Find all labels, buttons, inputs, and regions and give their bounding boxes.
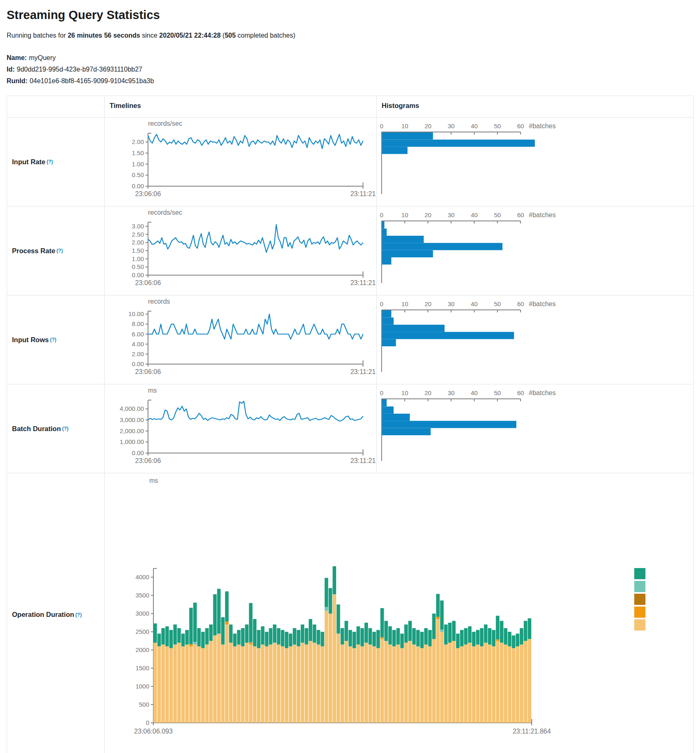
operation-duration-chart: ms0500100015002000250030003500400023:06:… — [105, 473, 693, 753]
svg-text:23:06:06: 23:06:06 — [135, 368, 161, 375]
running-summary: Running batches for 26 minutes 56 second… — [7, 32, 693, 39]
svg-text:6.00: 6.00 — [132, 331, 144, 338]
svg-text:10: 10 — [401, 211, 409, 218]
svg-text:ms: ms — [148, 387, 157, 394]
svg-text:10.00: 10.00 — [128, 310, 144, 317]
batch-duration-help-icon[interactable]: (?) — [62, 426, 68, 432]
svg-text:2.00: 2.00 — [132, 239, 144, 246]
svg-text:0.50: 0.50 — [132, 171, 144, 178]
svg-text:1000: 1000 — [136, 683, 149, 690]
svg-text:ms: ms — [149, 477, 158, 484]
svg-text:4000: 4000 — [136, 573, 149, 580]
input-rows-help-icon[interactable]: (?) — [50, 337, 56, 343]
svg-text:1.50: 1.50 — [132, 149, 144, 156]
svg-text:1.00: 1.00 — [132, 255, 144, 262]
svg-text:0.00: 0.00 — [132, 182, 144, 189]
input-rate-help-icon[interactable]: (?) — [47, 159, 53, 165]
query-name-value: myQuery — [29, 54, 56, 61]
svg-text:40: 40 — [471, 211, 478, 218]
svg-text:0: 0 — [380, 122, 383, 129]
svg-text:50: 50 — [494, 300, 501, 307]
svg-text:30: 30 — [448, 211, 455, 218]
operation-duration-chart-cell: ms0500100015002000250030003500400023:06:… — [105, 473, 693, 753]
svg-text:20: 20 — [425, 389, 432, 396]
svg-text:3500: 3500 — [136, 592, 149, 599]
svg-text:40: 40 — [471, 389, 478, 396]
svg-text:20: 20 — [425, 300, 432, 307]
svg-text:#batches: #batches — [529, 300, 556, 307]
svg-text:0: 0 — [380, 389, 383, 396]
header-empty-cell — [7, 96, 105, 118]
legend-swatch-1 — [634, 568, 645, 579]
input-rows-histogram-cell: #batches0102030405060 — [377, 295, 693, 384]
svg-text:23:11:21: 23:11:21 — [350, 279, 375, 286]
svg-text:2000: 2000 — [136, 646, 149, 653]
svg-text:2500: 2500 — [136, 628, 149, 635]
input-rows-label: Input Rows — [12, 336, 49, 344]
batch-duration-timeline-cell: ms0.001,000.002,000.003,000.004,000.0023… — [105, 384, 377, 473]
svg-text:10: 10 — [401, 300, 409, 307]
process-rate-timeline-chart: records/sec0.000.501.001.502.002.503.002… — [105, 206, 376, 295]
query-id-value: 9d0dd219-995d-423e-b97d-36931110bb27 — [17, 66, 143, 73]
batch-duration-histogram-chart: #batches0102030405060 — [377, 384, 693, 472]
stats-table: Timelines Histograms Input Rate(?) recor… — [7, 96, 694, 753]
svg-text:1.00: 1.00 — [132, 161, 144, 168]
svg-text:8.00: 8.00 — [132, 320, 144, 327]
svg-text:0.50: 0.50 — [132, 263, 144, 270]
query-id-label: Id: — [7, 66, 15, 73]
page-title: Streaming Query Statistics — [7, 8, 693, 22]
batch-duration-timeline-chart: ms0.001,000.002,000.003,000.004,000.0023… — [105, 384, 376, 472]
svg-text:10: 10 — [401, 389, 409, 396]
svg-text:20: 20 — [425, 211, 432, 218]
query-name-label: Name: — [7, 54, 27, 61]
row-label-process-rate: Process Rate(?) — [7, 206, 105, 295]
svg-text:23:11:21: 23:11:21 — [350, 457, 375, 464]
svg-text:1,000.00: 1,000.00 — [120, 438, 144, 445]
svg-text:2.50: 2.50 — [132, 231, 144, 238]
svg-text:23:06:06.093: 23:06:06.093 — [134, 728, 173, 735]
input-rows-timeline-chart: records0.002.004.006.008.0010.0023:06:06… — [105, 295, 376, 384]
svg-text:2.00: 2.00 — [132, 138, 144, 145]
row-label-input-rows: Input Rows(?) — [7, 295, 105, 384]
operation-duration-help-icon[interactable]: (?) — [75, 612, 81, 618]
svg-text:50: 50 — [494, 389, 501, 396]
row-label-input-rate: Input Rate(?) — [7, 118, 105, 206]
input-rate-histogram-cell: #batches0102030405060 — [377, 118, 693, 206]
svg-text:4,000.00: 4,000.00 — [120, 405, 144, 412]
query-meta: Name:myQuery Id:9d0dd219-995d-423e-b97d-… — [7, 54, 693, 85]
legend-swatch-4 — [634, 607, 645, 618]
running-middle: since — [140, 32, 159, 39]
svg-text:#batches: #batches — [529, 211, 556, 218]
svg-text:records/sec: records/sec — [148, 120, 182, 127]
svg-text:23:11:21: 23:11:21 — [350, 190, 375, 197]
process-rate-label: Process Rate — [12, 247, 55, 255]
svg-text:60: 60 — [517, 211, 524, 218]
process-rate-histogram-cell: #batches0102030405060 — [377, 206, 693, 295]
svg-text:23:06:06: 23:06:06 — [135, 279, 161, 286]
batch-duration-histogram-cell: #batches0102030405060 — [377, 384, 693, 473]
svg-text:#batches: #batches — [529, 389, 556, 396]
streaming-statistics-page: Streaming Query Statistics Running batch… — [0, 0, 700, 753]
svg-text:60: 60 — [517, 389, 524, 396]
svg-text:23:06:06: 23:06:06 — [135, 190, 161, 197]
timelines-header: Timelines — [105, 96, 377, 118]
legend-swatch-3 — [634, 594, 645, 605]
query-runid-label: RunId: — [7, 77, 28, 84]
svg-text:50: 50 — [494, 122, 501, 129]
query-runid-line: RunId:04e101e6-8bf8-4165-9099-9104c951ba… — [7, 77, 693, 85]
query-id-line: Id:9d0dd219-995d-423e-b97d-36931110bb27 — [7, 66, 693, 73]
input-rate-timeline-cell: records/sec0.000.501.001.502.0023:06:062… — [105, 118, 377, 206]
svg-text:23:11:21.864: 23:11:21.864 — [513, 728, 551, 735]
svg-text:1500: 1500 — [136, 664, 149, 671]
svg-text:40: 40 — [471, 122, 478, 129]
legend-swatch-2 — [634, 581, 645, 592]
input-rows-histogram-chart: #batches0102030405060 — [377, 295, 693, 384]
running-paren: ( — [221, 32, 225, 39]
svg-text:60: 60 — [517, 300, 524, 307]
process-rate-help-icon[interactable]: (?) — [57, 248, 63, 254]
svg-text:records: records — [148, 298, 170, 305]
svg-text:30: 30 — [448, 122, 455, 129]
svg-text:3000: 3000 — [136, 610, 149, 617]
row-label-batch-duration: Batch Duration(?) — [7, 384, 105, 473]
input-rate-label: Input Rate — [12, 158, 45, 166]
